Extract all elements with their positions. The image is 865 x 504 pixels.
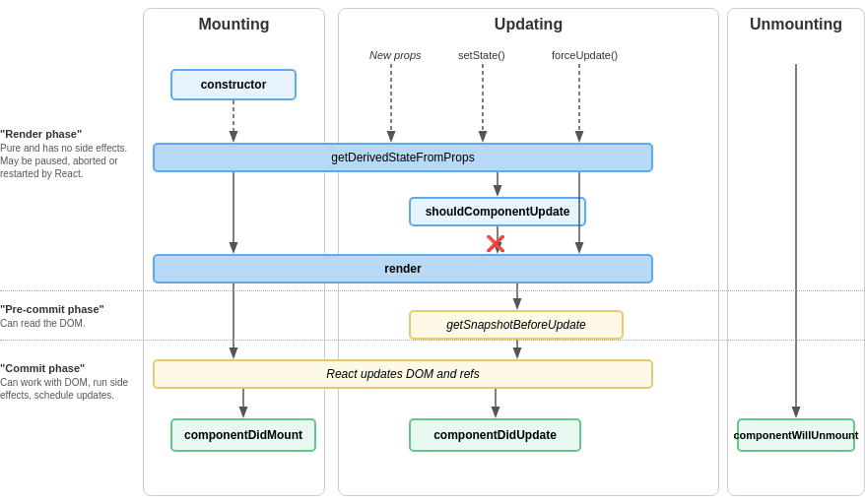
force-update-label: forceUpdate() bbox=[552, 49, 618, 61]
render-phase-divider bbox=[0, 290, 865, 291]
cross-icon: ❌ bbox=[486, 234, 505, 253]
new-props-label: New props bbox=[369, 49, 422, 61]
lifecycle-diagram: "Render phase" Pure and has no side effe… bbox=[0, 0, 865, 504]
mounting-title: Mounting bbox=[143, 16, 325, 33]
precommit-phase-divider bbox=[0, 340, 865, 341]
precommit-phase-text: Can read the DOM. bbox=[0, 317, 135, 330]
commit-phase-label: "Commit phase" bbox=[0, 362, 135, 374]
annotations-panel: "Render phase" Pure and has no side effe… bbox=[0, 0, 143, 504]
should-component-update-node: shouldComponentUpdate bbox=[409, 197, 586, 226]
render-phase-text: Pure and has no side effects. May be pau… bbox=[0, 142, 135, 180]
commit-phase-text: Can work with DOM, run side effects, sch… bbox=[0, 376, 135, 402]
unmounting-title: Unmounting bbox=[727, 16, 865, 33]
component-did-mount-node: componentDidMount bbox=[170, 418, 316, 452]
constructor-node: constructor bbox=[170, 69, 297, 100]
commit-phase-annotation: "Commit phase" Can work with DOM, run si… bbox=[0, 362, 143, 402]
component-did-update-node: componentDidUpdate bbox=[409, 418, 581, 452]
component-will-unmount-node: componentWillUnmount bbox=[737, 418, 855, 452]
updating-title: Updating bbox=[338, 16, 719, 33]
get-derived-state-node: getDerivedStateFromProps bbox=[153, 143, 653, 172]
dom-update-node: React updates DOM and refs bbox=[153, 359, 653, 389]
precommit-phase-label: "Pre-commit phase" bbox=[0, 303, 135, 315]
render-phase-label: "Render phase" bbox=[0, 128, 135, 140]
set-state-label: setState() bbox=[458, 49, 505, 61]
render-phase-annotation: "Render phase" Pure and has no side effe… bbox=[0, 128, 143, 180]
precommit-phase-annotation: "Pre-commit phase" Can read the DOM. bbox=[0, 303, 143, 330]
render-node: render bbox=[153, 254, 653, 284]
get-snapshot-node: getSnapshotBeforeUpdate bbox=[409, 310, 624, 340]
